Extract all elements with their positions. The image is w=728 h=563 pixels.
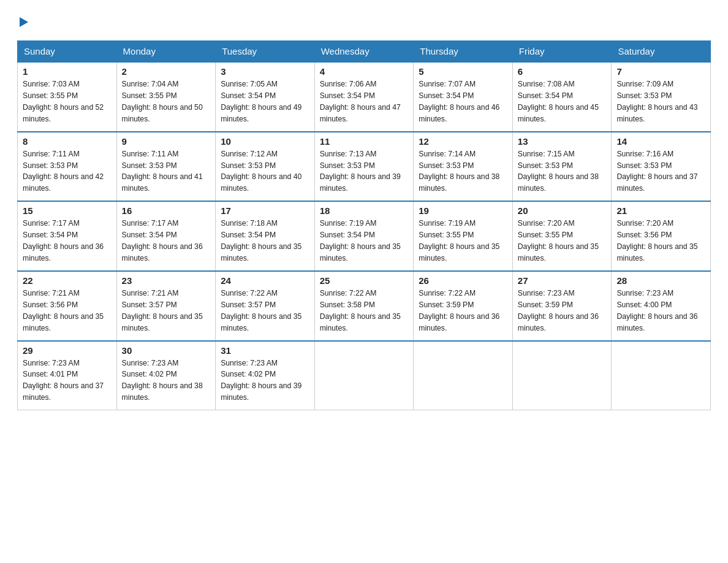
calendar-week-row: 1Sunrise: 7:03 AMSunset: 3:55 PMDaylight… [18, 62, 711, 132]
weekday-header-monday: Monday [116, 41, 216, 63]
day-info: Sunrise: 7:12 AMSunset: 3:53 PMDaylight:… [221, 148, 309, 195]
day-number: 8 [23, 136, 112, 147]
calendar-week-row: 15Sunrise: 7:17 AMSunset: 3:54 PMDayligh… [18, 201, 711, 271]
day-info: Sunrise: 7:22 AMSunset: 3:57 PMDaylight:… [221, 288, 309, 334]
calendar-cell: 11Sunrise: 7:13 AMSunset: 3:53 PMDayligh… [314, 132, 414, 202]
day-info: Sunrise: 7:11 AMSunset: 3:53 PMDaylight:… [23, 148, 112, 195]
day-info: Sunrise: 7:22 AMSunset: 3:59 PMDaylight:… [419, 288, 507, 334]
day-number: 7 [616, 66, 705, 77]
day-info: Sunrise: 7:20 AMSunset: 3:56 PMDaylight:… [616, 218, 705, 264]
day-number: 17 [221, 205, 309, 216]
day-number: 14 [616, 136, 705, 147]
day-number: 30 [122, 345, 211, 356]
day-info: Sunrise: 7:22 AMSunset: 3:58 PMDaylight:… [320, 288, 409, 334]
day-info: Sunrise: 7:09 AMSunset: 3:53 PMDaylight:… [616, 79, 705, 125]
weekday-header-tuesday: Tuesday [216, 41, 315, 63]
day-info: Sunrise: 7:05 AMSunset: 3:54 PMDaylight:… [221, 79, 309, 125]
day-number: 24 [221, 275, 309, 286]
day-info: Sunrise: 7:15 AMSunset: 3:53 PMDaylight:… [518, 148, 607, 195]
day-info: Sunrise: 7:06 AMSunset: 3:54 PMDaylight:… [320, 79, 409, 125]
day-info: Sunrise: 7:20 AMSunset: 3:55 PMDaylight:… [518, 218, 607, 264]
calendar-cell: 1Sunrise: 7:03 AMSunset: 3:55 PMDaylight… [18, 62, 117, 132]
day-number: 18 [320, 205, 409, 216]
calendar-cell [512, 341, 612, 410]
day-number: 20 [518, 205, 607, 216]
weekday-header-saturday: Saturday [612, 41, 711, 63]
day-number: 26 [419, 275, 507, 286]
calendar-cell: 14Sunrise: 7:16 AMSunset: 3:53 PMDayligh… [612, 132, 711, 202]
day-number: 4 [320, 66, 409, 77]
day-number: 2 [122, 66, 211, 77]
day-info: Sunrise: 7:17 AMSunset: 3:54 PMDaylight:… [23, 218, 112, 264]
day-number: 16 [122, 205, 211, 216]
day-info: Sunrise: 7:04 AMSunset: 3:55 PMDaylight:… [122, 79, 211, 125]
day-number: 28 [616, 275, 705, 286]
weekday-header-wednesday: Wednesday [314, 41, 414, 63]
calendar-cell: 27Sunrise: 7:23 AMSunset: 3:59 PMDayligh… [512, 271, 612, 341]
calendar-cell: 3Sunrise: 7:05 AMSunset: 3:54 PMDaylight… [216, 62, 315, 132]
day-info: Sunrise: 7:19 AMSunset: 3:54 PMDaylight:… [320, 218, 409, 264]
day-info: Sunrise: 7:08 AMSunset: 3:54 PMDaylight:… [518, 79, 607, 125]
day-number: 19 [419, 205, 507, 216]
day-number: 27 [518, 275, 607, 286]
calendar-cell: 7Sunrise: 7:09 AMSunset: 3:53 PMDaylight… [612, 62, 711, 132]
day-number: 25 [320, 275, 409, 286]
calendar-cell: 4Sunrise: 7:06 AMSunset: 3:54 PMDaylight… [314, 62, 414, 132]
calendar-cell: 5Sunrise: 7:07 AMSunset: 3:54 PMDaylight… [414, 62, 513, 132]
day-number: 5 [419, 66, 507, 77]
day-info: Sunrise: 7:13 AMSunset: 3:53 PMDaylight:… [320, 148, 409, 195]
day-number: 21 [616, 205, 705, 216]
day-info: Sunrise: 7:23 AMSunset: 4:00 PMDaylight:… [616, 288, 705, 334]
day-info: Sunrise: 7:11 AMSunset: 3:53 PMDaylight:… [122, 148, 211, 195]
calendar-cell: 28Sunrise: 7:23 AMSunset: 4:00 PMDayligh… [612, 271, 711, 341]
weekday-header-thursday: Thursday [414, 41, 513, 63]
calendar-cell: 20Sunrise: 7:20 AMSunset: 3:55 PMDayligh… [512, 201, 612, 271]
day-info: Sunrise: 7:18 AMSunset: 3:54 PMDaylight:… [221, 218, 309, 264]
day-number: 1 [23, 66, 112, 77]
calendar-cell: 29Sunrise: 7:23 AMSunset: 4:01 PMDayligh… [18, 341, 117, 410]
calendar-cell: 6Sunrise: 7:08 AMSunset: 3:54 PMDaylight… [512, 62, 612, 132]
day-info: Sunrise: 7:21 AMSunset: 3:56 PMDaylight:… [23, 288, 112, 334]
day-info: Sunrise: 7:23 AMSunset: 4:02 PMDaylight:… [122, 358, 211, 404]
calendar-week-row: 29Sunrise: 7:23 AMSunset: 4:01 PMDayligh… [18, 341, 711, 410]
day-number: 6 [518, 66, 607, 77]
day-info: Sunrise: 7:23 AMSunset: 4:01 PMDaylight:… [23, 358, 112, 404]
calendar-cell: 13Sunrise: 7:15 AMSunset: 3:53 PMDayligh… [512, 132, 612, 202]
day-number: 3 [221, 66, 309, 77]
day-info: Sunrise: 7:17 AMSunset: 3:54 PMDaylight:… [122, 218, 211, 264]
logo [17, 15, 29, 31]
day-number: 13 [518, 136, 607, 147]
calendar-cell: 18Sunrise: 7:19 AMSunset: 3:54 PMDayligh… [314, 201, 414, 271]
day-info: Sunrise: 7:03 AMSunset: 3:55 PMDaylight:… [23, 79, 112, 125]
calendar-cell [612, 341, 711, 410]
day-info: Sunrise: 7:16 AMSunset: 3:53 PMDaylight:… [616, 148, 705, 195]
weekday-header-friday: Friday [512, 41, 612, 63]
day-number: 12 [419, 136, 507, 147]
calendar-cell [314, 341, 414, 410]
calendar-cell: 25Sunrise: 7:22 AMSunset: 3:58 PMDayligh… [314, 271, 414, 341]
day-number: 15 [23, 205, 112, 216]
day-number: 10 [221, 136, 309, 147]
weekday-header-sunday: Sunday [18, 41, 117, 63]
logo-triangle-icon [18, 16, 29, 31]
calendar-cell: 9Sunrise: 7:11 AMSunset: 3:53 PMDaylight… [116, 132, 216, 202]
day-number: 31 [221, 345, 309, 356]
day-info: Sunrise: 7:23 AMSunset: 4:02 PMDaylight:… [221, 358, 309, 404]
day-info: Sunrise: 7:23 AMSunset: 3:59 PMDaylight:… [518, 288, 607, 334]
calendar-cell: 19Sunrise: 7:19 AMSunset: 3:55 PMDayligh… [414, 201, 513, 271]
calendar-week-row: 22Sunrise: 7:21 AMSunset: 3:56 PMDayligh… [18, 271, 711, 341]
calendar-cell: 24Sunrise: 7:22 AMSunset: 3:57 PMDayligh… [216, 271, 315, 341]
weekday-header-row: SundayMondayTuesdayWednesdayThursdayFrid… [18, 41, 711, 63]
calendar-cell: 22Sunrise: 7:21 AMSunset: 3:56 PMDayligh… [18, 271, 117, 341]
calendar-table: SundayMondayTuesdayWednesdayThursdayFrid… [17, 40, 711, 410]
page-header [17, 15, 711, 31]
day-number: 9 [122, 136, 211, 147]
svg-marker-0 [20, 17, 28, 27]
calendar-cell: 8Sunrise: 7:11 AMSunset: 3:53 PMDaylight… [18, 132, 117, 202]
day-info: Sunrise: 7:21 AMSunset: 3:57 PMDaylight:… [122, 288, 211, 334]
calendar-cell [414, 341, 513, 410]
day-info: Sunrise: 7:14 AMSunset: 3:53 PMDaylight:… [419, 148, 507, 195]
calendar-cell: 17Sunrise: 7:18 AMSunset: 3:54 PMDayligh… [216, 201, 315, 271]
day-number: 23 [122, 275, 211, 286]
calendar-week-row: 8Sunrise: 7:11 AMSunset: 3:53 PMDaylight… [18, 132, 711, 202]
